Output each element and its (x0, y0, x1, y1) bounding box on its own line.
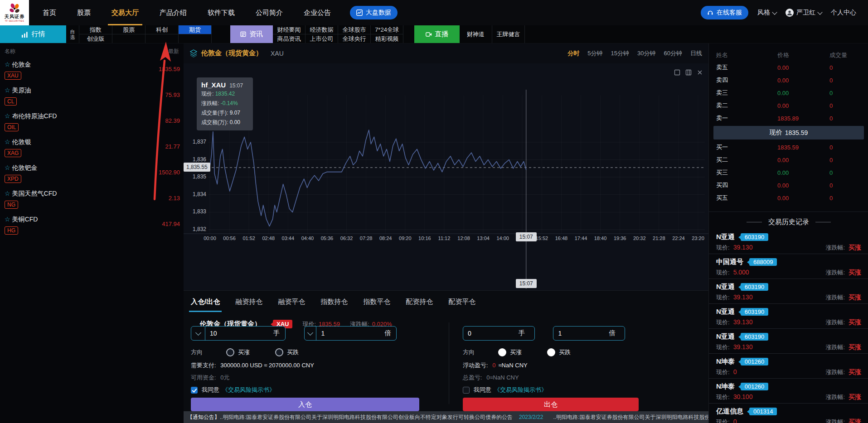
price-chart[interactable] (184, 63, 708, 290)
watchlist-item[interactable]: ☆美国天然气CFDNG2.13 (0, 185, 184, 211)
live-tab[interactable]: 直播 (414, 25, 460, 43)
interval-tab-6[interactable]: 日线 (690, 49, 702, 58)
news-tab-top-3[interactable]: 7*24全球 (371, 25, 403, 34)
asks-row[interactable]: 卖五0.000 (709, 61, 868, 74)
close-qty-input[interactable] (463, 330, 513, 337)
open-qty-input[interactable] (205, 330, 268, 337)
history-entry[interactable]: N亚通603190现价:39.130涨跌幅:买涨 (709, 304, 868, 329)
close-buy-down-radio[interactable]: 买跌 (547, 348, 571, 356)
trade-tab-1[interactable]: 入仓/出仓 (191, 298, 220, 306)
nav-item-1[interactable]: 首页 (43, 0, 56, 25)
quotes-tab[interactable]: 行情 (0, 25, 66, 43)
asks-row[interactable]: 卖三0.000 (709, 87, 868, 99)
star-icon[interactable]: ☆ (5, 164, 10, 171)
instrument-name: 布伦特原油CFD (12, 112, 57, 120)
news-tab-top-0[interactable]: 财经要闻 (273, 25, 305, 34)
star-icon[interactable]: ☆ (5, 87, 10, 94)
subnav-tab-top-2[interactable]: 科创 (145, 25, 178, 34)
open-leverage-input[interactable] (316, 330, 379, 337)
asks-row[interactable]: 卖一1835.890 (709, 112, 868, 125)
star-icon[interactable]: ☆ (5, 61, 10, 68)
news-tab-bottom-0[interactable]: 商品资讯 (273, 34, 305, 43)
trade-tab-2[interactable]: 融资持仓 (235, 298, 262, 306)
news-tab-bottom-2[interactable]: 全球央行 (338, 34, 370, 43)
close-agree-checkbox[interactable] (463, 387, 470, 394)
trade-tab-6[interactable]: 配资持仓 (406, 298, 433, 306)
interval-tab-4[interactable]: 30分钟 (637, 49, 655, 58)
watchlist-item[interactable]: ☆美铜CFDHG417.94 (0, 211, 184, 237)
subnav-tab-bottom-0[interactable]: 创业版 (79, 34, 112, 43)
watchlist-item[interactable]: ☆伦敦金XAU1835.59 (0, 56, 184, 82)
open-position-button[interactable]: 入仓 (191, 398, 419, 411)
star-icon[interactable]: ☆ (5, 138, 10, 145)
bids-row[interactable]: 买三0.000 (709, 166, 868, 179)
trade-tab-4[interactable]: 指数持仓 (320, 298, 348, 306)
close-icon[interactable] (697, 69, 703, 76)
nav-item-7[interactable]: 企业公告 (304, 0, 331, 25)
history-entry[interactable]: N坤泰001260现价:30.100涨跌幅:买涨 (709, 379, 868, 404)
bids-row[interactable]: 买二0.000 (709, 154, 868, 166)
history-entry[interactable]: 中国通号688009现价:5.000涨跌幅:买涨 (709, 254, 868, 279)
trade-tab-5[interactable]: 指数平仓 (363, 298, 390, 306)
fullscreen-icon[interactable] (674, 69, 680, 76)
news-tab-bottom-3[interactable]: 精彩视频 (371, 34, 403, 43)
history-entry[interactable]: 亿道信息001314现价:0涨跌幅:买涨 (709, 404, 868, 423)
interval-tab-1[interactable]: 分时 (567, 49, 579, 58)
bids-row[interactable]: 买一1835.590 (709, 141, 868, 154)
open-agree-checkbox[interactable] (191, 387, 198, 394)
risk-agreement-link[interactable]: 《交易风险揭示书》 (494, 386, 547, 394)
nav-item-5[interactable]: 软件下载 (208, 0, 235, 25)
news-tab-bottom-1[interactable]: 上市公司 (305, 34, 338, 43)
history-entry[interactable]: N亚通603190现价:39.130涨跌幅:买涨 (709, 329, 868, 354)
nav-item-6[interactable]: 公司简介 (256, 0, 283, 25)
extra-tab-2[interactable]: 王牌健言 (492, 25, 525, 43)
news-tab-top-1[interactable]: 经济数据 (305, 25, 338, 34)
interval-tab-3[interactable]: 15分钟 (611, 49, 629, 58)
asks-row[interactable]: 卖四0.000 (709, 74, 868, 87)
nav-item-3[interactable]: 交易大厅 (112, 0, 139, 25)
close-leverage-input[interactable] (553, 330, 603, 337)
open-buy-down-radio[interactable]: 买跌 (275, 348, 299, 356)
nav-item-4[interactable]: 产品介绍 (160, 0, 187, 25)
bids-row[interactable]: 买五0.000 (709, 192, 868, 204)
star-icon[interactable]: ☆ (5, 112, 10, 120)
star-icon[interactable]: ☆ (5, 216, 10, 223)
online-service-button[interactable]: 在线客服 (701, 6, 748, 19)
nav-item-2[interactable]: 股票 (77, 0, 91, 25)
subnav-tab-top-3[interactable]: 期货 (179, 25, 211, 34)
watchlist-item[interactable]: ☆伦敦银XAG21.77 (0, 134, 184, 159)
style-selector[interactable]: 风格 (757, 9, 776, 17)
announcement-ticker[interactable]: 【通知公告】 ..明阳电路:国泰君安证券股份有限公司关于深圳明阳电路科技股份有限… (184, 411, 708, 423)
asks-row[interactable]: 卖二0.000 (709, 99, 868, 112)
market-data-button[interactable]: 大盘数据 (350, 6, 398, 19)
trade-tab-3[interactable]: 融资平仓 (278, 298, 305, 306)
interval-tab-5[interactable]: 60分钟 (664, 49, 682, 58)
news-tab-top-2[interactable]: 全球股市 (338, 25, 370, 34)
history-entry[interactable]: N亚通603190现价:39.130涨跌幅:买涨 (709, 229, 868, 254)
panel-layout-icon[interactable] (685, 69, 692, 76)
subnav-tab-top-0[interactable]: 指数 (79, 25, 112, 34)
interval-tab-2[interactable]: 5分钟 (587, 49, 602, 58)
self-select-tab[interactable]: 自选 (66, 25, 79, 43)
open-qty-dropdown[interactable] (191, 327, 205, 340)
brand-logo[interactable]: 天风证券 TF SECURITIES (0, 0, 29, 25)
bids-row[interactable]: 买四0.000 (709, 179, 868, 192)
personal-center-link[interactable]: 个人中心 (831, 9, 856, 17)
risk-agreement-link[interactable]: 《交易风险揭示书》 (222, 386, 275, 394)
watchlist-item[interactable]: ☆布伦特原油CFDOIL82.39 (0, 108, 184, 134)
star-icon[interactable]: ☆ (5, 190, 10, 197)
history-change-label: 涨跌幅: (825, 369, 845, 375)
open-leverage-dropdown[interactable] (305, 327, 316, 340)
extra-tab-1[interactable]: 财神道 (460, 25, 492, 43)
news-tab[interactable]: 资讯 (230, 25, 273, 43)
close-position-button[interactable]: 出仓 (463, 398, 639, 411)
watchlist-item[interactable]: ☆美原油CL75.93 (0, 82, 184, 108)
history-entry[interactable]: N坤泰001260现价:0涨跌幅:买涨 (709, 354, 868, 379)
watchlist-item[interactable]: ☆伦敦钯金XPD1502.90 (0, 159, 184, 185)
open-buy-up-radio[interactable]: 买涨 (226, 348, 250, 356)
subnav-tab-top-1[interactable]: 股票 (112, 25, 145, 34)
trade-tab-7[interactable]: 配资平仓 (448, 298, 475, 306)
history-entry[interactable]: N亚通603190现价:39.130涨跌幅:买涨 (709, 279, 868, 304)
close-buy-up-radio[interactable]: 买涨 (498, 348, 522, 356)
user-menu[interactable]: 严卫红 (786, 9, 822, 17)
